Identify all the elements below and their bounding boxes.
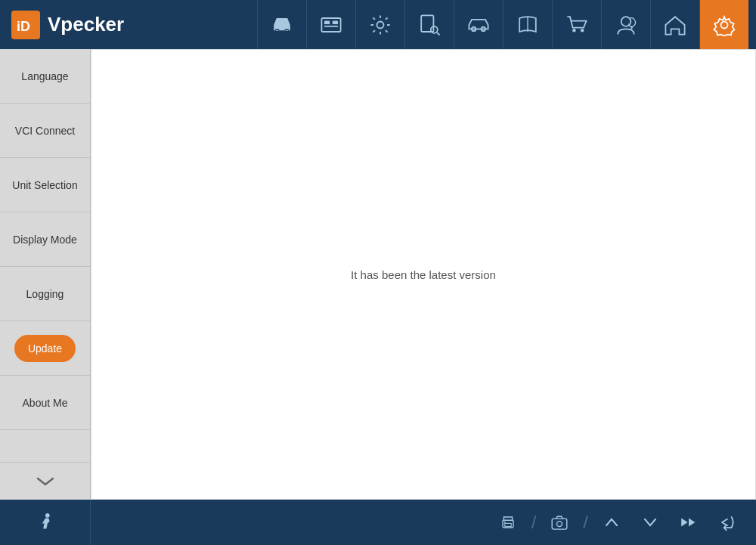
svg-rect-19 bbox=[504, 523, 510, 526]
svg-point-6 bbox=[377, 21, 384, 28]
logo-icon: iD bbox=[11, 11, 40, 39]
sidebar: Language VCI Connect Unit Selection Disp… bbox=[0, 49, 91, 500]
nav-book[interactable] bbox=[503, 0, 552, 49]
footer-left bbox=[0, 500, 91, 545]
nav-icons bbox=[257, 0, 756, 49]
fast-forward-button[interactable] bbox=[671, 505, 706, 540]
content-area: It has been the latest version bbox=[91, 49, 756, 500]
header: iD Vpecker bbox=[0, 0, 756, 49]
svg-rect-7 bbox=[421, 15, 433, 32]
nav-search-manual[interactable] bbox=[404, 0, 454, 49]
sidebar-item-about-me[interactable]: About Me bbox=[0, 376, 90, 430]
svg-text:iD: iD bbox=[17, 19, 30, 34]
camera-button[interactable] bbox=[542, 505, 577, 540]
back-button[interactable] bbox=[710, 505, 745, 540]
svg-rect-3 bbox=[324, 20, 330, 24]
sidebar-item-language[interactable]: Language bbox=[0, 49, 90, 104]
sidebar-item-unit-selection[interactable]: Unit Selection bbox=[0, 158, 90, 212]
svg-point-22 bbox=[557, 522, 562, 527]
svg-point-17 bbox=[45, 513, 50, 518]
sidebar-item-update[interactable]: Update bbox=[0, 321, 90, 376]
nav-ecu-coding[interactable] bbox=[306, 0, 355, 49]
footer: / / bbox=[0, 500, 756, 545]
svg-rect-21 bbox=[553, 519, 568, 529]
sidebar-item-vci-connect[interactable]: VCI Connect bbox=[0, 104, 90, 158]
svg-point-14 bbox=[581, 28, 584, 32]
svg-point-13 bbox=[572, 28, 576, 32]
nav-vehicle[interactable] bbox=[454, 0, 503, 49]
content-message: It has been the latest version bbox=[351, 268, 496, 281]
sidebar-item-logging[interactable]: Logging bbox=[0, 267, 90, 321]
svg-line-9 bbox=[437, 32, 440, 35]
svg-rect-4 bbox=[333, 20, 338, 24]
nav-settings-tools[interactable] bbox=[355, 0, 404, 49]
svg-point-20 bbox=[503, 522, 505, 523]
nav-settings[interactable] bbox=[699, 0, 748, 49]
scroll-down-button[interactable] bbox=[633, 505, 668, 540]
run-button[interactable] bbox=[28, 505, 63, 540]
nav-cart[interactable] bbox=[552, 0, 601, 49]
svg-point-16 bbox=[721, 21, 728, 28]
nav-car-diagnostics[interactable] bbox=[257, 0, 306, 49]
sidebar-item-display-mode[interactable]: Display Mode bbox=[0, 212, 90, 267]
sidebar-scroll-down-button[interactable] bbox=[0, 462, 90, 500]
footer-divider-1: / bbox=[529, 512, 539, 533]
footer-right: / / bbox=[91, 505, 756, 540]
logo-area: iD Vpecker bbox=[0, 11, 257, 39]
footer-divider-2: / bbox=[581, 512, 590, 533]
scroll-up-button[interactable] bbox=[594, 505, 629, 540]
svg-rect-5 bbox=[324, 25, 338, 26]
logo-text: Vpecker bbox=[48, 13, 124, 36]
main-container: Language VCI Connect Unit Selection Disp… bbox=[0, 49, 756, 500]
nav-user-feedback[interactable] bbox=[601, 0, 650, 49]
nav-home[interactable] bbox=[650, 0, 699, 49]
print-button[interactable] bbox=[491, 505, 525, 540]
svg-rect-2 bbox=[321, 18, 340, 32]
